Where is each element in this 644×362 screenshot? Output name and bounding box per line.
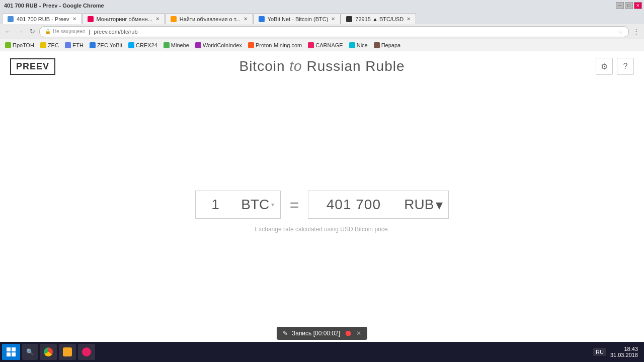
tab-yobit[interactable]: YoBit.Net - Bitcoin (BTC) ✕ [253, 13, 341, 24]
connector-word: to [289, 58, 306, 74]
bookmark-favicon [164, 42, 170, 48]
tab-label: 401 700 RUB - Preev [17, 16, 69, 22]
bookmark-proton-mining[interactable]: Proton-Mining.com [246, 41, 304, 49]
tab-btcusd[interactable]: 72915 ▲ BTC/USD ✕ [341, 13, 416, 24]
bookmark-favicon [5, 42, 11, 48]
bookmark-eth[interactable]: ETH [63, 41, 86, 49]
tab-close-icon[interactable]: ✕ [244, 16, 248, 22]
url-text: preev.com/btc/rub [94, 29, 137, 35]
folder-icon [63, 347, 72, 356]
svg-rect-2 [7, 352, 11, 356]
chevron-down-icon: ▾ [271, 201, 274, 208]
address-bar: ← → ↻ 🔓 Не защищено | preev.com/btc/rub … [0, 24, 644, 39]
page-content: PREEV Bitcoin to Russian Ruble ⚙ ? 1 BTC… [0, 51, 644, 342]
bookmark-zec[interactable]: ZEC [38, 41, 61, 49]
taskbar-file-explorer[interactable] [59, 344, 76, 360]
bookmark-favicon [195, 42, 201, 48]
tab-monitoring[interactable]: Мониторинг обменн... ✕ [82, 13, 165, 24]
maximize-button[interactable]: □ [625, 2, 633, 9]
tab-find[interactable]: Найти объявления о т... ✕ [165, 13, 253, 24]
amount-input[interactable]: 1 [195, 191, 235, 219]
bookmark-star-icon[interactable]: ☆ [618, 28, 623, 35]
bookmark-perara[interactable]: Перара [372, 41, 403, 49]
bookmark-favicon [40, 42, 46, 48]
bookmark-favicon [374, 42, 380, 48]
security-icon: 🔓 [45, 29, 51, 34]
to-currency-selector[interactable]: RUB ▾ [398, 191, 449, 219]
taskbar-chrome[interactable] [40, 344, 57, 360]
bookmark-carnage[interactable]: CARNAGE [306, 41, 345, 49]
tab-favicon [346, 16, 352, 22]
taskbar-right: RU 18:43 31.03.2018 [593, 346, 642, 358]
bookmark-favicon [308, 42, 314, 48]
from-currency-label: Bitcoin [239, 58, 285, 74]
to-currency-label: Russian Ruble [306, 58, 405, 74]
help-button[interactable]: ? [617, 58, 634, 75]
svg-rect-0 [7, 347, 11, 351]
tab-close-icon[interactable]: ✕ [407, 16, 411, 22]
taskbar: 🔍 RU 18:43 31.03.2018 [0, 342, 644, 362]
svg-rect-3 [12, 352, 16, 356]
record-stop-icon[interactable]: ⏺ [344, 329, 352, 338]
amount-value: 1 [211, 197, 219, 213]
converter-section: 1 BTC ▾ = 401 700 RUB ▾ Exchange rate ca… [0, 81, 644, 342]
to-currency-value: RUB [404, 197, 434, 213]
bookmark-favicon [90, 42, 96, 48]
reload-button[interactable]: ↻ [27, 27, 37, 37]
tab-bar: 401 700 RUB - Preev ✕ Мониторинг обменн.… [0, 11, 644, 24]
from-currency-selector[interactable]: BTC ▾ [235, 191, 281, 219]
tab-label: 72915 ▲ BTC/USD [355, 16, 404, 22]
clock-date: 31.03.2018 [610, 352, 638, 358]
equals-sign: = [281, 196, 308, 214]
app-header: PREEV Bitcoin to Russian Ruble ⚙ ? [0, 51, 644, 81]
title-bar: 401 700 RUB - Preev - Google Chrome ─ □ … [0, 0, 644, 11]
tab-label: Мониторинг обменн... [97, 16, 152, 22]
forward-button[interactable]: → [15, 27, 25, 37]
minimize-button[interactable]: ─ [616, 2, 624, 9]
bookmark-worldcoinindex[interactable]: WorldCoinIndex [193, 41, 244, 49]
settings-button[interactable]: ⚙ [596, 58, 613, 75]
tab-favicon [88, 16, 94, 22]
clock-time: 18:43 [610, 346, 638, 352]
bookmark-zec-yobit[interactable]: ZEC YoBit [88, 41, 124, 49]
bookmark-favicon [349, 42, 355, 48]
exchange-rate-note: Exchange rate calculated using USD Bitco… [255, 226, 389, 233]
chevron-down-icon: ▾ [436, 197, 443, 213]
logo[interactable]: PREEV [10, 58, 55, 75]
close-button[interactable]: ✕ [634, 2, 642, 9]
bookmark-nice[interactable]: Nice [347, 41, 370, 49]
record-close-icon[interactable]: ✕ [356, 330, 361, 337]
from-currency-value: BTC [241, 197, 269, 213]
url-input[interactable]: 🔓 Не защищено | preev.com/btc/rub ☆ [39, 26, 629, 37]
header-actions: ⚙ ? [596, 58, 634, 75]
converter-row: 1 BTC ▾ = 401 700 RUB ▾ [195, 191, 449, 219]
start-button[interactable] [2, 344, 20, 360]
windows-icon [7, 347, 16, 356]
security-text: Не защищено [53, 29, 85, 34]
bookmarks-bar: ПроТОН ZEC ETH ZEC YoBit CREX24 Minebe W… [0, 39, 644, 51]
bookmark-favicon [248, 42, 254, 48]
bookmark-minebe[interactable]: Minebe [162, 41, 191, 49]
recording-label: Запись [00:00:02] [292, 330, 340, 337]
carnage-label: CARNAGE [315, 42, 343, 48]
bookmark-crex24[interactable]: CREX24 [126, 41, 159, 49]
chrome-icon [44, 347, 53, 356]
bookmark-item[interactable]: ПроТОН [3, 41, 36, 49]
app-icon [82, 347, 91, 356]
recording-icon: ✎ [283, 330, 288, 337]
tab-label: Найти объявления о т... [180, 16, 240, 22]
tab-close-icon[interactable]: ✕ [331, 16, 335, 22]
taskbar-app-3[interactable] [78, 344, 95, 360]
tab-favicon [259, 16, 265, 22]
tab-close-icon[interactable]: ✕ [72, 16, 76, 22]
result-display: 401 700 [308, 191, 398, 219]
taskbar-search[interactable]: 🔍 [22, 344, 38, 360]
extensions-button[interactable]: ⋮ [631, 27, 641, 37]
back-button[interactable]: ← [3, 27, 13, 37]
tab-preev[interactable]: 401 700 RUB - Preev ✕ [2, 13, 82, 24]
tab-close-icon[interactable]: ✕ [155, 16, 159, 22]
tab-favicon [8, 16, 14, 22]
language-indicator[interactable]: RU [593, 348, 606, 356]
window-title: 401 700 RUB - Preev - Google Chrome [0, 3, 615, 9]
tab-label: YoBit.Net - Bitcoin (BTC) [268, 16, 329, 22]
